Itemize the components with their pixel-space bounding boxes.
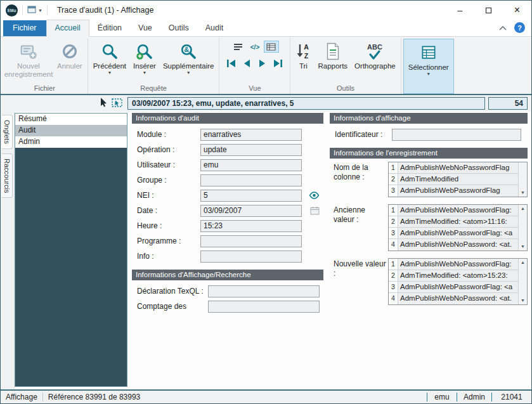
new-record-icon bbox=[20, 41, 37, 62]
help-icon[interactable]: ? bbox=[514, 22, 525, 33]
old-value-list: 1 AdmPublishWebNoPasswordFlag: 2 AdmTime… bbox=[388, 204, 528, 251]
row-text: AdmTimeModified: <atom>15:23: bbox=[398, 270, 518, 281]
date-field[interactable] bbox=[200, 205, 302, 217]
list-item[interactable]: 1 AdmPublishWebNoPasswordFlag: bbox=[389, 259, 518, 270]
tab-audit[interactable]: Audit bbox=[197, 20, 232, 36]
row-text: AdmPublishWebPasswordFlag bbox=[398, 185, 518, 197]
tab-edition[interactable]: Édition bbox=[89, 20, 130, 36]
status-bar: Affichage Référence 83991 de 83993 emu A… bbox=[1, 389, 531, 403]
program-field[interactable] bbox=[200, 235, 302, 247]
row-text: AdmPublishWebPasswordFlag: <a bbox=[398, 282, 518, 292]
summary-view-icon[interactable] bbox=[231, 41, 246, 53]
maximize-button[interactable] bbox=[474, 1, 503, 20]
svg-text:A: A bbox=[304, 43, 309, 51]
field-label: Date : bbox=[137, 206, 200, 215]
scrollbar[interactable]: ▲ ▼ bbox=[518, 259, 527, 304]
next-record-icon[interactable] bbox=[256, 57, 269, 70]
status-mode: Affichage bbox=[1, 393, 42, 401]
previous-record-icon[interactable] bbox=[240, 57, 254, 70]
cursor-tool-icon[interactable] bbox=[100, 98, 107, 109]
ribbon: Nouvel enregistrement Annuler Fichier Pr… bbox=[1, 37, 531, 95]
scrollbar[interactable]: ▼ bbox=[518, 162, 527, 197]
module-field[interactable] bbox=[200, 129, 302, 141]
operation-field[interactable] bbox=[200, 144, 302, 156]
insert-search-button[interactable]: Insérer ▼ bbox=[130, 39, 159, 84]
row-number: 2 bbox=[389, 174, 398, 185]
sidebar-item-resume[interactable]: Résumé bbox=[15, 114, 127, 125]
chevron-down-icon: ▼ bbox=[186, 70, 191, 75]
details-view-icon[interactable] bbox=[264, 41, 279, 53]
svg-text:Z: Z bbox=[304, 52, 309, 60]
list-item[interactable]: 3 AdmPublishWebPasswordFlag: <a bbox=[389, 282, 518, 293]
last-record-icon[interactable] bbox=[271, 57, 285, 70]
button-label: Orthographe bbox=[354, 62, 396, 70]
tab-outils[interactable]: Outils bbox=[160, 20, 197, 36]
quick-access-toolbar[interactable]: ▼ bbox=[27, 6, 42, 15]
list-item[interactable]: 2 AdmTimeModified: <atom>11:16: bbox=[389, 216, 518, 228]
window-controls: – × bbox=[446, 1, 531, 20]
identifier-field[interactable] bbox=[392, 129, 521, 141]
tab-accueil[interactable]: Accueil bbox=[46, 20, 89, 37]
field-row: Heure : bbox=[132, 218, 323, 233]
calendar-icon[interactable] bbox=[310, 206, 320, 215]
report-document-icon bbox=[325, 41, 341, 62]
spellcheck-icon: ABC bbox=[365, 41, 384, 62]
previous-search-button[interactable]: Précédent ▼ bbox=[90, 39, 129, 84]
list-item[interactable]: 4 AdmPublishWebNoPassword: <at. bbox=[389, 293, 518, 304]
select-button[interactable]: Sélectionner ▼ bbox=[403, 39, 454, 94]
minimize-button[interactable]: – bbox=[446, 1, 474, 20]
collapse-ribbon-icon[interactable] bbox=[499, 23, 507, 32]
spelling-button[interactable]: ABC Orthographe bbox=[351, 39, 399, 84]
status-user: emu bbox=[427, 393, 457, 401]
list-item[interactable]: 2 AdmTimeModified: <atom>15:23: bbox=[389, 270, 518, 282]
side-tab-raccourcis[interactable]: Raccourcis bbox=[2, 153, 13, 198]
scroll-down-icon[interactable]: ▼ bbox=[521, 297, 525, 304]
info-field[interactable] bbox=[200, 251, 302, 263]
tab-vue[interactable]: Vue bbox=[130, 20, 160, 36]
sidebar-item-admin[interactable]: Admin bbox=[15, 136, 127, 148]
eye-icon[interactable] bbox=[309, 192, 320, 199]
sort-button[interactable]: AZ Tri bbox=[292, 39, 314, 84]
group-label-fichier: Fichier bbox=[4, 84, 86, 94]
row-text: AdmTimeModified: <atom>11:16: bbox=[398, 216, 518, 227]
ribbon-group-select: Sélectionner ▼ bbox=[401, 38, 456, 94]
scrollbar[interactable]: ▲ ▼ bbox=[518, 205, 527, 251]
maximize-icon bbox=[486, 8, 491, 13]
list-item[interactable]: 1 AdmPublishWebNoPasswordFlag: bbox=[389, 205, 518, 216]
time-field[interactable] bbox=[200, 220, 302, 232]
reports-button[interactable]: Rapports bbox=[315, 39, 351, 84]
titlebar-separator bbox=[22, 5, 23, 15]
first-record-icon[interactable] bbox=[224, 57, 238, 70]
new-record-button[interactable]: Nouvel enregistrement bbox=[4, 39, 53, 84]
row-number: 2 bbox=[389, 270, 398, 281]
tab-fichier[interactable]: Fichier bbox=[3, 20, 46, 36]
user-field[interactable] bbox=[200, 159, 302, 171]
scroll-down-icon[interactable]: ▼ bbox=[521, 243, 525, 251]
count-field[interactable] bbox=[208, 301, 320, 313]
ribbon-group-fichier: Nouvel enregistrement Annuler Fichier bbox=[2, 38, 88, 94]
app-icon[interactable]: EMu bbox=[6, 4, 18, 16]
field-row: Date : bbox=[132, 203, 323, 218]
list-item[interactable]: 2 AdmTimeModified bbox=[389, 174, 518, 185]
side-tab-onglets[interactable]: Onglets bbox=[2, 115, 13, 149]
scroll-down-icon[interactable]: ▼ bbox=[521, 189, 525, 197]
list-item[interactable]: 1 AdmPublishWebNoPasswordFlag bbox=[389, 162, 518, 174]
close-button[interactable]: × bbox=[503, 1, 531, 20]
group-field[interactable] bbox=[200, 174, 302, 186]
list-item[interactable]: 3 AdmPublishWebPasswordFlag bbox=[389, 185, 518, 197]
list-item[interactable]: 3 AdmPublishWebPasswordFlag: <a bbox=[389, 228, 518, 239]
sidebar-item-audit[interactable]: Audit bbox=[15, 125, 127, 136]
section-header-audit: Informations d'audit bbox=[132, 113, 323, 124]
select-record-icon[interactable] bbox=[112, 98, 122, 109]
text-view-icon[interactable]: </> bbox=[247, 41, 263, 53]
scroll-up-icon[interactable]: ▲ bbox=[521, 205, 525, 212]
nei-field[interactable] bbox=[200, 190, 302, 202]
scroll-up-icon[interactable]: ▲ bbox=[521, 259, 525, 266]
list-item[interactable]: 4 AdmPublishWebNoPassword: <at. bbox=[389, 239, 518, 251]
texql-field[interactable] bbox=[208, 285, 320, 297]
additional-search-button[interactable]: & Supplémentaire ▼ bbox=[160, 39, 217, 84]
row-text: AdmPublishWebNoPasswordFlag: bbox=[398, 205, 518, 216]
field-row: Info : bbox=[132, 249, 323, 264]
cancel-button[interactable]: Annuler bbox=[54, 39, 86, 84]
svg-text:ABC: ABC bbox=[367, 43, 382, 51]
